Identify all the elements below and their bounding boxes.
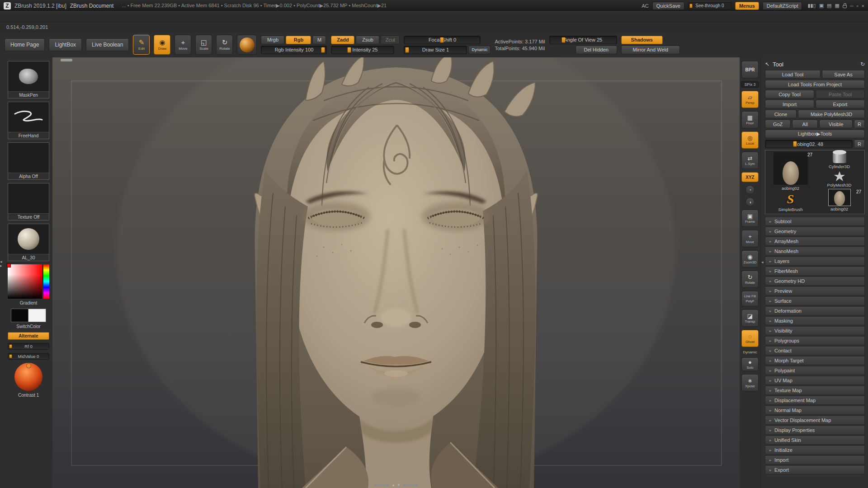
- tool-section[interactable]: ▸ Export: [765, 465, 865, 474]
- xpose-button[interactable]: ∗ Xpose: [741, 374, 759, 391]
- mirror-and-weld-button[interactable]: Mirror And Weld: [621, 46, 680, 54]
- load-tools-from-project-button[interactable]: Load Tools From Project: [765, 80, 865, 89]
- menus-button[interactable]: Menus: [735, 2, 759, 10]
- tool-section[interactable]: ▸ UV Map: [765, 376, 865, 385]
- tool-section[interactable]: ▸ Vector Displacement Map: [765, 416, 865, 425]
- menu-item[interactable]: [113, 15, 119, 18]
- menu-item[interactable]: [33, 15, 40, 18]
- angle-of-view-knob[interactable]: [561, 37, 566, 43]
- canvas-scrollbar-top[interactable]: [61, 59, 72, 61]
- current-material-button[interactable]: [237, 35, 257, 55]
- recent-tool-thumb[interactable]: 27 aobing02: [816, 189, 863, 211]
- dynamic-draw-size-button[interactable]: Dynamic: [468, 46, 491, 54]
- menu-item[interactable]: [62, 15, 69, 18]
- draw-size-knob[interactable]: [405, 47, 409, 53]
- del-hidden-button[interactable]: Del Hidden: [576, 46, 617, 54]
- goz-visible-button[interactable]: Visible: [819, 120, 853, 128]
- transp-button[interactable]: ◪ Transp: [741, 310, 759, 327]
- z-intensity-slider[interactable]: Z Intensity 25: [331, 46, 394, 54]
- ghost-button[interactable]: ◌ Ghost: [741, 330, 759, 347]
- menu-item[interactable]: [84, 15, 90, 18]
- tool-section[interactable]: ▸ FiberMesh: [765, 267, 865, 276]
- panel-collapse-handle[interactable]: ◂: [761, 260, 764, 264]
- close-icon[interactable]: ×: [862, 3, 864, 9]
- z-intensity-knob[interactable]: [347, 47, 351, 53]
- draw-button[interactable]: ◉ Draw: [154, 35, 170, 55]
- tool-section[interactable]: ▸ Deformation: [765, 306, 865, 315]
- default-zscript-button[interactable]: DefaultZScript: [763, 2, 802, 10]
- home-page-button[interactable]: Home Page: [5, 38, 45, 51]
- xyz-button[interactable]: XYZ: [741, 172, 759, 182]
- tool-section[interactable]: ▸ Polygroups: [765, 336, 865, 345]
- scrollbar-track[interactable]: [403, 484, 418, 486]
- screen-icon[interactable]: ▣: [819, 3, 824, 9]
- main-color-swatch[interactable]: [11, 309, 28, 322]
- tool-section[interactable]: ▸ Display Properties: [765, 426, 865, 435]
- scroll-document-icon[interactable]: ◔: [745, 185, 755, 194]
- grid-layout-icon[interactable]: ▤: [827, 3, 831, 9]
- cylinder3d-tool-thumb[interactable]: Cylinder3D: [816, 152, 863, 169]
- tool-section[interactable]: ▸ NanoMesh: [765, 247, 865, 256]
- menu-item[interactable]: [48, 15, 54, 18]
- rgb-intensity-slider[interactable]: Rgb Intensity 100: [261, 46, 327, 54]
- tool-section[interactable]: ▸ Masking: [765, 316, 865, 325]
- tool-section[interactable]: ▸ Texture Map: [765, 386, 865, 395]
- menu-item[interactable]: [149, 15, 156, 18]
- current-brush-thumb[interactable]: MaskPen: [8, 61, 49, 99]
- rgb-button[interactable]: Rgb: [286, 36, 311, 44]
- clone-button[interactable]: Clone: [765, 110, 797, 118]
- lightbox-tools-button[interactable]: Lightbox▶Tools: [765, 130, 865, 138]
- tool-section[interactable]: ▸ Geometry HD: [765, 277, 865, 286]
- minimize-icon[interactable]: ─: [850, 3, 854, 9]
- focal-shift-slider[interactable]: Focal Shift 0: [404, 36, 481, 44]
- tool-section[interactable]: ▸ Surface: [765, 296, 865, 305]
- scroll-up-icon[interactable]: ▴: [392, 483, 395, 487]
- current-stroke-thumb[interactable]: FreeHand: [8, 102, 49, 139]
- secondary-color-swatch[interactable]: [28, 309, 46, 322]
- contrast-sphere[interactable]: [14, 363, 42, 391]
- cycle-icon[interactable]: ↻: [860, 61, 865, 67]
- rgb-intensity-knob[interactable]: [321, 47, 325, 53]
- menu-item[interactable]: [5, 15, 11, 18]
- hue-bar[interactable]: [43, 264, 49, 299]
- persp-button[interactable]: ▱ Persp: [741, 91, 759, 108]
- export-button[interactable]: Export: [816, 100, 865, 108]
- edit-button[interactable]: ✎ Edit: [133, 35, 150, 55]
- current-material-thumb[interactable]: AL_30: [8, 224, 49, 261]
- menu-item[interactable]: [19, 15, 25, 18]
- menu-item[interactable]: [55, 15, 61, 18]
- tool-section[interactable]: ▸ ArrayMesh: [765, 237, 865, 246]
- menu-item[interactable]: [77, 15, 83, 18]
- frame-button[interactable]: ▣ Frame: [741, 210, 759, 227]
- solo-button[interactable]: ● Solo: [741, 357, 759, 371]
- menu-item[interactable]: [164, 15, 170, 18]
- tool-select-slider[interactable]: aobing02. 48: [765, 140, 853, 148]
- tool-r-button[interactable]: R: [854, 140, 865, 148]
- m-button[interactable]: M: [312, 36, 326, 44]
- canvas-scrollbar-bottom[interactable]: ▴ ▾: [374, 483, 418, 487]
- menu-item[interactable]: [120, 15, 127, 18]
- floor-button[interactable]: ▦ Floor: [741, 111, 759, 128]
- goz-all-button[interactable]: All: [792, 120, 818, 128]
- dynamic-toggle[interactable]: Dynamic: [743, 350, 757, 354]
- spix-slider[interactable]: SPix 3: [741, 81, 759, 88]
- rotate-view-button[interactable]: ↻ Rotate: [741, 271, 759, 288]
- menu-item[interactable]: [127, 15, 134, 18]
- switch-color-control[interactable]: [11, 309, 46, 322]
- midvalue-slider[interactable]: MidValue 0: [8, 353, 49, 360]
- zadd-button[interactable]: Zadd: [331, 36, 354, 44]
- menu-item[interactable]: [99, 15, 105, 18]
- zoom3d-button[interactable]: ◉ Zoom3D: [741, 250, 759, 267]
- document-canvas[interactable]: ▴ ▾: [52, 57, 740, 488]
- scrollbar-track[interactable]: [374, 484, 389, 486]
- see-through-slider[interactable]: See-through 0: [688, 2, 731, 9]
- panel-pin-icon[interactable]: ↖: [765, 61, 769, 67]
- draw-size-slider[interactable]: Draw Size 1: [404, 46, 467, 54]
- tool-section[interactable]: ▸ Layers: [765, 257, 865, 266]
- quicksave-button[interactable]: QuickSave: [652, 2, 684, 10]
- tool-section[interactable]: ▸ Unified Skin: [765, 436, 865, 445]
- tool-section[interactable]: ▸ Initialize: [765, 446, 865, 455]
- current-alpha-thumb[interactable]: Alpha Off: [8, 142, 49, 180]
- scroll-down-icon[interactable]: ▾: [398, 483, 400, 487]
- tool-select-knob[interactable]: [793, 141, 797, 147]
